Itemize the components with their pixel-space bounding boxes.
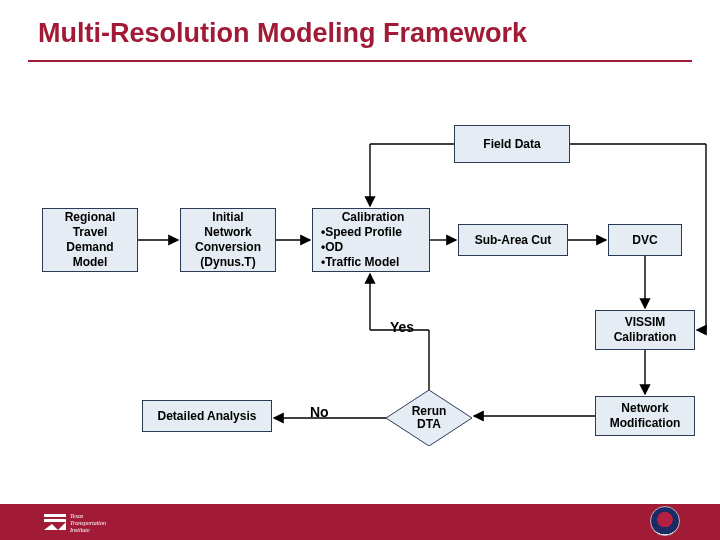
- box-regional-travel-demand-model: Regional Travel Demand Model: [42, 208, 138, 272]
- calibration-title: Calibration: [342, 210, 405, 225]
- box-sub-area-cut: Sub-Area Cut: [458, 224, 568, 256]
- edge-label-yes: Yes: [390, 319, 414, 335]
- svg-text:Texas: Texas: [70, 513, 84, 519]
- box-detailed-analysis: Detailed Analysis: [142, 400, 272, 432]
- calibration-item-2: •Traffic Model: [321, 255, 399, 270]
- calibration-item-0: •Speed Profile: [321, 225, 402, 240]
- decision-rerun-dta: Rerun DTA: [386, 390, 472, 446]
- svg-rect-18: [44, 514, 66, 517]
- texas-transportation-institute-logo: Texas Transportation Institute: [40, 508, 130, 536]
- page-title: Multi-Resolution Modeling Framework: [38, 18, 527, 49]
- svg-text:Institute: Institute: [69, 527, 90, 533]
- box-initial-network-conversion: Initial Network Conversion (Dynus.T): [180, 208, 276, 272]
- box-network-modification: Network Modification: [595, 396, 695, 436]
- rerun-dta-label: Rerun DTA: [412, 405, 447, 431]
- svg-rect-19: [44, 519, 66, 522]
- svg-text:Transportation: Transportation: [70, 520, 106, 526]
- box-vissim-calibration: VISSIM Calibration: [595, 310, 695, 350]
- box-field-data: Field Data: [454, 125, 570, 163]
- box-dvc: DVC: [608, 224, 682, 256]
- arizona-logo: [650, 506, 680, 536]
- calibration-item-1: •OD: [321, 240, 343, 255]
- box-calibration: Calibration •Speed Profile •OD •Traffic …: [312, 208, 430, 272]
- edge-label-no: No: [310, 404, 329, 420]
- title-underline: [28, 60, 692, 62]
